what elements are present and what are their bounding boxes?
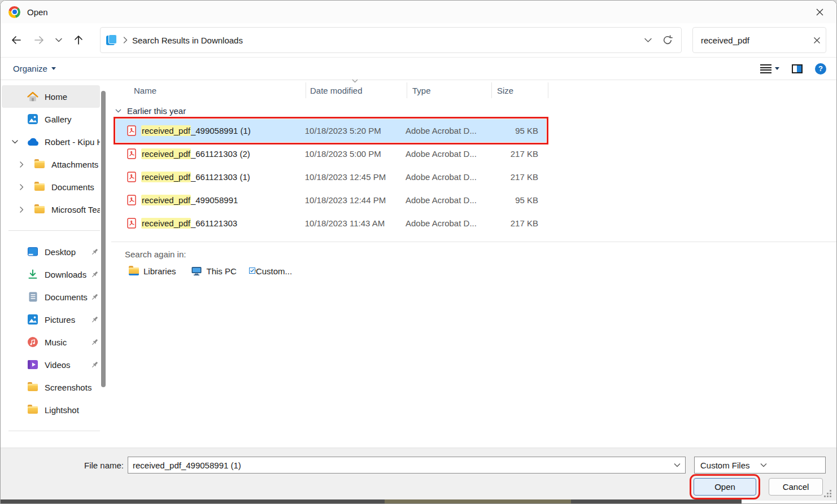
file-row[interactable]: received_pdf_661121303 10/18/2023 11:43 …	[116, 212, 546, 235]
home-icon	[27, 91, 39, 102]
recent-locations-button[interactable]	[50, 29, 67, 51]
sidebar-item-documents-quick[interactable]: Documents	[2, 286, 100, 308]
sidebar-item-label: Microsoft Teams	[51, 205, 100, 214]
resize-grip[interactable]	[824, 490, 833, 499]
filename-search-highlight: received_pdf	[141, 125, 191, 136]
search-box[interactable]	[692, 27, 826, 53]
refresh-icon	[662, 34, 673, 46]
file-type: Adobe Acrobat D...	[406, 126, 490, 135]
folder-icon	[33, 183, 46, 191]
column-header-name[interactable]: Name	[134, 80, 156, 100]
sidebar-item-microsoft-teams[interactable]: Microsoft Teams	[2, 198, 100, 221]
chevron-down-icon[interactable]	[12, 140, 27, 144]
sidebar-item-videos[interactable]: Videos	[2, 353, 100, 376]
pin-icon	[90, 338, 100, 347]
sidebar-item-gallery[interactable]: Gallery	[2, 108, 100, 130]
group-header-earlier-this-year[interactable]: Earlier this year	[115, 106, 837, 116]
sidebar-item-home[interactable]: Home	[2, 85, 100, 108]
column-header-row: Name Date modified Type Size	[116, 80, 548, 100]
clear-search-button[interactable]	[813, 37, 821, 44]
view-mode-button[interactable]	[760, 64, 779, 73]
file-date-modified: 10/18/2023 12:45 PM	[305, 172, 406, 182]
file-name: received_pdf_499058991 (1)	[141, 126, 251, 135]
chevron-down-icon	[775, 67, 779, 70]
sidebar-item-downloads[interactable]: Downloads	[2, 263, 100, 286]
file-name: received_pdf_661121303 (1)	[141, 172, 250, 182]
sidebar-item-documents[interactable]: Documents	[2, 176, 100, 198]
sidebar-item-screenshots[interactable]: Screenshots	[2, 376, 100, 398]
search-input[interactable]	[701, 36, 813, 45]
chevron-right-icon[interactable]	[20, 161, 33, 168]
gallery-icon	[27, 113, 39, 125]
column-header-size[interactable]: Size	[497, 80, 513, 100]
open-button[interactable]: Open	[694, 478, 756, 496]
file-name-combobox[interactable]	[128, 457, 686, 474]
sidebar-item-label: Screenshots	[45, 383, 100, 392]
column-divider[interactable]	[407, 82, 407, 98]
navigation-bar: Search Results in Downloads	[1, 23, 836, 57]
organize-label: Organize	[13, 64, 47, 73]
file-row[interactable]: received_pdf_661121303 (1) 10/18/2023 12…	[116, 165, 546, 189]
sidebar-item-desktop[interactable]: Desktop	[2, 240, 100, 263]
back-button[interactable]	[5, 29, 28, 51]
sidebar-item-attachments[interactable]: Attachments	[2, 153, 100, 176]
column-divider[interactable]	[306, 82, 306, 98]
close-icon	[816, 8, 824, 16]
file-row[interactable]: received_pdf_499058991 10/18/2023 12:44 …	[116, 189, 546, 212]
file-date-modified: 10/18/2023 5:20 PM	[305, 126, 406, 135]
cancel-button[interactable]: Cancel	[769, 478, 823, 496]
up-button[interactable]	[67, 29, 90, 51]
dialog-footer: File name: Custom Files Open Cancel	[1, 448, 836, 501]
close-button[interactable]	[807, 2, 832, 22]
file-type-select[interactable]: Custom Files	[694, 457, 826, 474]
sidebar-item-label: Robert - Kipu Health	[45, 137, 100, 147]
pictures-icon	[27, 314, 39, 325]
pin-icon	[90, 293, 100, 301]
file-type: Adobe Acrobat D...	[406, 172, 490, 182]
documents-icon	[27, 291, 39, 303]
search-again-custom[interactable]: Custom...	[251, 266, 292, 276]
chrome-logo-icon	[8, 6, 20, 18]
help-button[interactable]	[815, 63, 826, 74]
column-header-type[interactable]: Type	[412, 80, 431, 100]
chevron-right-icon[interactable]	[20, 184, 33, 190]
folder-icon	[33, 161, 46, 168]
chevron-down-icon	[51, 67, 56, 70]
sidebar-scrollbar[interactable]	[101, 91, 106, 387]
this-pc-icon	[191, 266, 202, 276]
preview-pane-button[interactable]	[792, 64, 803, 73]
file-name: received_pdf_661121303	[141, 218, 237, 228]
search-again-this-pc[interactable]: This PC	[191, 266, 237, 276]
group-label: Earlier this year	[127, 106, 186, 116]
pin-icon	[90, 315, 100, 324]
search-again-libraries[interactable]: Libraries	[129, 266, 176, 276]
column-header-date-modified[interactable]: Date modified	[310, 80, 363, 100]
music-icon	[27, 336, 39, 348]
column-divider[interactable]	[548, 82, 548, 98]
chevron-down-icon	[55, 38, 62, 42]
address-dropdown-button[interactable]	[644, 38, 652, 43]
sidebar-item-label: Lightshot	[45, 405, 100, 415]
folder-icon	[27, 406, 39, 414]
file-row-selected[interactable]: received_pdf_499058991 (1) 10/18/2023 5:…	[116, 119, 546, 142]
file-name: received_pdf_499058991	[141, 195, 238, 205]
breadcrumb[interactable]: Search Results in Downloads	[132, 36, 243, 45]
titlebar: Open	[1, 1, 836, 23]
address-bar[interactable]: Search Results in Downloads	[100, 27, 682, 53]
sidebar-item-onedrive-robert[interactable]: Robert - Kipu Health	[2, 130, 100, 153]
sidebar-divider	[8, 230, 100, 231]
chevron-right-icon[interactable]	[20, 207, 33, 213]
file-name-input[interactable]	[128, 461, 669, 470]
file-row[interactable]: received_pdf_661121303 (2) 10/18/2023 5:…	[116, 142, 546, 165]
sidebar-item-music[interactable]: Music	[2, 331, 100, 353]
sidebar-item-pictures[interactable]: Pictures	[2, 308, 100, 331]
refresh-button[interactable]	[662, 34, 673, 46]
preview-pane-icon	[792, 64, 803, 73]
column-divider[interactable]	[491, 82, 492, 98]
sidebar-item-label: Videos	[45, 360, 90, 370]
sidebar-item-lightshot[interactable]: Lightshot	[2, 398, 100, 421]
forward-button[interactable]	[28, 29, 50, 51]
chevron-down-icon[interactable]	[669, 463, 685, 467]
organize-button[interactable]: Organize	[13, 64, 56, 73]
folder-icon	[33, 206, 46, 213]
